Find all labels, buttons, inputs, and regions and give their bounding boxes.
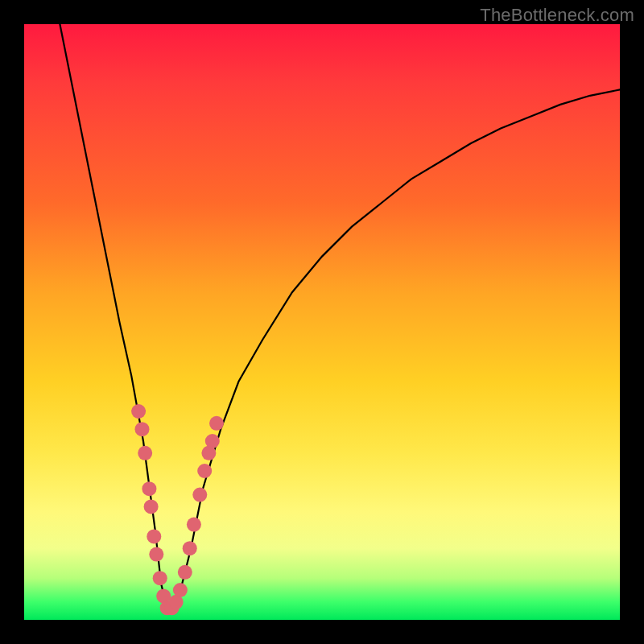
marker-dot (153, 571, 167, 585)
chart-frame: TheBottleneck.com (0, 0, 644, 644)
marker-dot (138, 446, 152, 460)
marker-dot (173, 583, 188, 597)
marker-dot (205, 434, 220, 448)
watermark-text: TheBottleneck.com (480, 5, 634, 26)
bottleneck-curve (60, 24, 620, 608)
marker-dot (178, 565, 192, 580)
marker-dot (209, 416, 224, 431)
marker-dot (187, 518, 201, 532)
chart-svg (24, 24, 620, 620)
marker-cluster (131, 404, 224, 615)
marker-dot (192, 488, 207, 502)
marker-dot (183, 541, 197, 555)
marker-dot (197, 464, 212, 478)
marker-dot (131, 404, 146, 419)
marker-dot (149, 547, 163, 562)
marker-dot (147, 529, 161, 543)
marker-dot (144, 499, 159, 514)
plot-area (24, 24, 620, 620)
marker-dot (135, 422, 150, 436)
marker-dot (142, 481, 156, 496)
